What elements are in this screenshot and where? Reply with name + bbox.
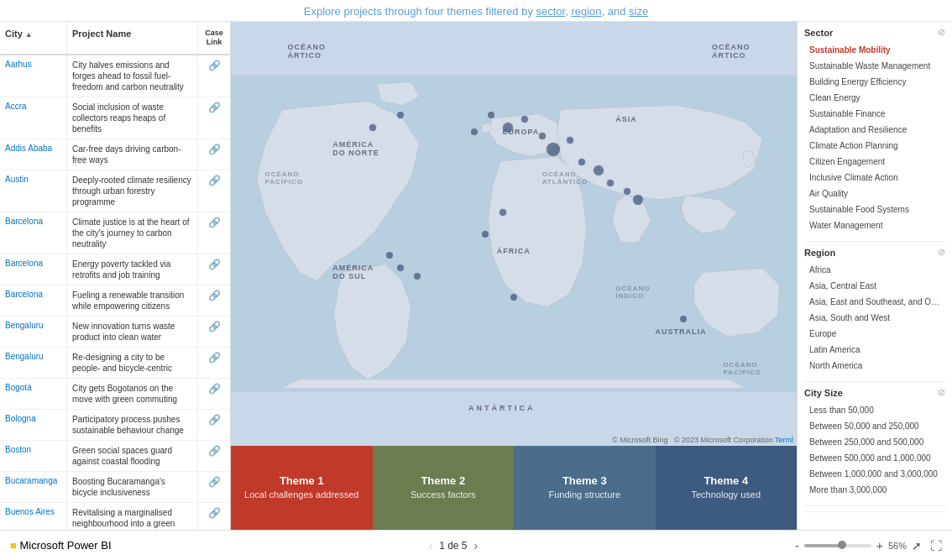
external-link-icon[interactable]: 🔗	[208, 414, 221, 426]
filter-item[interactable]: Asia, Central East	[804, 279, 945, 293]
map-dot[interactable]	[385, 251, 394, 259]
table-row[interactable]: Accra Social inclusion of waste collecto…	[0, 97, 230, 139]
filter-item[interactable]: Asia, South and West	[804, 311, 945, 325]
table-row[interactable]: Bogotá City gets Bogotanos on the move w…	[0, 379, 230, 410]
external-link-icon[interactable]: 🔗	[208, 175, 221, 186]
citysize-filter-icon[interactable]: ⊘	[938, 387, 945, 398]
filter-item[interactable]: Sustainable Finance	[804, 107, 945, 121]
table-row[interactable]: Boston Green social spaces guard against…	[0, 441, 230, 472]
cell-link[interactable]: 🔗	[198, 317, 230, 347]
external-link-icon[interactable]: 🔗	[208, 445, 221, 457]
table-row[interactable]: Bengaluru New innovation turns waste pro…	[0, 317, 230, 348]
external-link-icon[interactable]: 🔗	[208, 259, 221, 270]
table-row[interactable]: Buenos Aires Revitalising a marginalised…	[0, 503, 230, 530]
sector-filter-icon[interactable]: ⊘	[938, 27, 945, 38]
cell-link[interactable]: 🔗	[198, 410, 230, 440]
sort-arrow-city[interactable]: ▲	[25, 30, 33, 39]
external-link-icon[interactable]: 🔗	[208, 507, 221, 519]
map-dot[interactable]	[510, 293, 518, 301]
cell-link[interactable]: 🔗	[198, 379, 230, 409]
table-row[interactable]: Barcelona Energy poverty tackled via ret…	[0, 254, 230, 285]
table-row[interactable]: Barcelona Fueling a renewable transition…	[0, 285, 230, 317]
zoom-in-button[interactable]: +	[876, 539, 883, 552]
cell-link[interactable]: 🔗	[198, 97, 230, 139]
filter-item[interactable]: Between 50,000 and 250,000	[804, 419, 945, 433]
external-link-icon[interactable]: 🔗	[208, 102, 221, 113]
map-dot[interactable]	[396, 111, 405, 119]
filter-item[interactable]: Inclusive Climate Action	[804, 170, 945, 185]
map-dot[interactable]	[578, 158, 586, 166]
external-link-icon[interactable]: 🔗	[208, 321, 221, 332]
cell-link[interactable]: 🔗	[198, 472, 230, 502]
table-row[interactable]: Addis Ababa Car-free days driving carbon…	[0, 139, 230, 170]
cell-link[interactable]: 🔗	[198, 285, 230, 316]
theme-4-button[interactable]: Theme 4 Technology used	[656, 446, 798, 530]
map-dot[interactable]	[369, 123, 377, 132]
cell-link[interactable]: 🔗	[198, 441, 230, 471]
prev-page-button[interactable]: ‹	[428, 539, 432, 552]
zoom-slider[interactable]	[804, 544, 871, 547]
external-link-icon[interactable]: 🔗	[208, 60, 221, 71]
filter-item[interactable]: Climate Action Planning	[804, 139, 945, 153]
map-dot[interactable]	[623, 187, 631, 196]
filter-item[interactable]: More than 3,000,000	[804, 483, 945, 497]
cell-link[interactable]: 🔗	[198, 139, 230, 170]
map-dot[interactable]	[520, 115, 529, 123]
region-filter-icon[interactable]: ⊘	[938, 247, 945, 258]
table-row[interactable]: Bologna Participatory process pushes sus…	[0, 410, 230, 441]
map-dot[interactable]	[487, 111, 495, 119]
filter-item[interactable]: Sustainable Waste Management	[804, 59, 945, 73]
filter-item[interactable]: Between 1,000,000 and 3,000,000	[804, 467, 945, 481]
map-dot[interactable]	[593, 165, 604, 176]
map-dot[interactable]	[546, 142, 561, 157]
cell-link[interactable]: 🔗	[198, 212, 230, 254]
filter-item[interactable]: Latin America	[804, 343, 945, 357]
filter-item[interactable]: North America	[804, 359, 945, 373]
external-link-icon[interactable]: 🔗	[208, 383, 221, 395]
col-header-city[interactable]: City ▲	[0, 22, 67, 54]
filter-item[interactable]: Water Management	[804, 218, 945, 233]
theme-3-button[interactable]: Theme 3 Funding structure	[514, 446, 656, 530]
filter-item[interactable]: Europe	[804, 327, 945, 341]
table-row[interactable]: Austin Deeply-rooted climate resiliency …	[0, 170, 230, 212]
share-icon[interactable]: ➚	[912, 539, 922, 552]
map-dot[interactable]	[566, 136, 574, 144]
table-row[interactable]: Bucaramanga Boosting Bucaramanga's bicyc…	[0, 472, 230, 503]
external-link-icon[interactable]: 🔗	[208, 144, 221, 155]
filter-item[interactable]: Less than 50,000	[804, 403, 945, 417]
map-dot[interactable]	[481, 230, 489, 238]
map-dot[interactable]	[632, 194, 644, 206]
external-link-icon[interactable]: 🔗	[208, 290, 221, 301]
cell-link[interactable]: 🔗	[198, 254, 230, 285]
filter-item[interactable]: Building Energy Efficiency	[804, 75, 945, 89]
next-page-button[interactable]: ›	[474, 539, 479, 552]
cell-link[interactable]: 🔗	[198, 348, 230, 378]
table-row[interactable]: Bengaluru Re-designing a city to be peop…	[0, 348, 230, 379]
map-dot[interactable]	[396, 264, 405, 272]
theme-1-button[interactable]: Theme 1 Local challenges addressed	[231, 446, 373, 530]
filter-item[interactable]: Asia, East and Southeast, and Oceania	[804, 295, 945, 309]
map-dot[interactable]	[502, 122, 514, 133]
theme-2-button[interactable]: Theme 2 Success factors	[373, 446, 515, 530]
zoom-slider-thumb[interactable]	[838, 541, 846, 549]
filter-item[interactable]: Between 500,000 and 1,000,000	[804, 451, 945, 465]
powerbi-brand[interactable]: ■ Microsoft Power BI	[10, 539, 112, 552]
terms-link[interactable]: Terml	[775, 436, 793, 444]
external-link-icon[interactable]: 🔗	[208, 476, 221, 488]
cell-link[interactable]: 🔗	[198, 170, 230, 212]
filter-item[interactable]: Adaptation and Resilience	[804, 123, 945, 137]
filter-item[interactable]: Citizen Engagement	[804, 154, 945, 169]
filter-item[interactable]: Clean Energy	[804, 91, 945, 105]
cell-link[interactable]: 🔗	[198, 503, 230, 530]
filter-item[interactable]: Sustainable Mobility	[804, 43, 945, 57]
filter-item[interactable]: Sustainable Food Systems	[804, 202, 945, 217]
cell-link[interactable]: 🔗	[198, 55, 230, 97]
map-dot[interactable]	[470, 128, 479, 136]
external-link-icon[interactable]: 🔗	[208, 217, 221, 228]
map-dot[interactable]	[606, 179, 615, 187]
filter-item[interactable]: Africa	[804, 263, 945, 277]
filter-item[interactable]: Air Quality	[804, 186, 945, 201]
map-dot[interactable]	[413, 272, 421, 280]
map-dot[interactable]	[679, 315, 688, 323]
map-dot[interactable]	[499, 208, 507, 217]
